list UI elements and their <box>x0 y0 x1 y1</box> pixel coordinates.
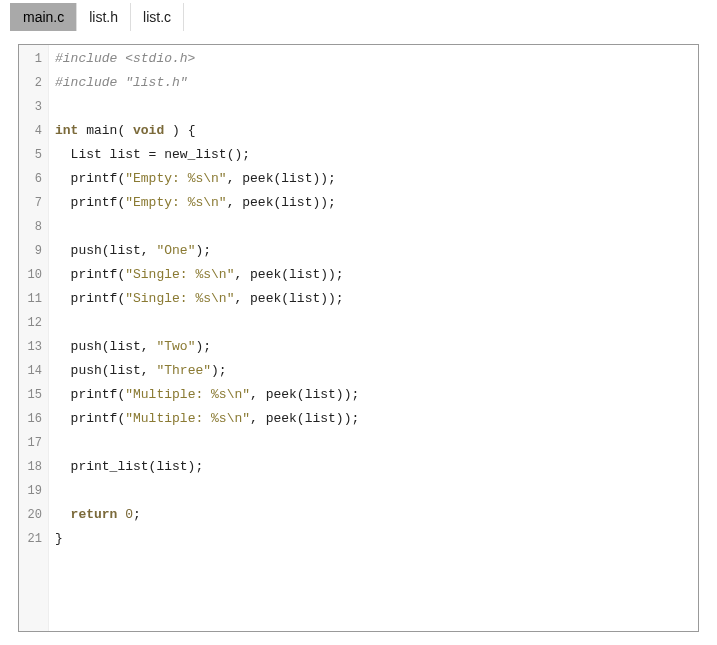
line-number: 8 <box>19 215 42 239</box>
line-number: 11 <box>19 287 42 311</box>
code-line[interactable]: printf("Multiple: %s\n", peek(list)); <box>55 407 698 431</box>
line-number: 15 <box>19 383 42 407</box>
token-id: , peek(list)); <box>250 411 359 426</box>
token-punct: ) { <box>164 123 195 138</box>
code-line[interactable] <box>55 479 698 503</box>
token-num: 0 <box>125 507 133 522</box>
token-str: "Empty: %s\n" <box>125 195 226 210</box>
line-number: 20 <box>19 503 42 527</box>
line-number: 13 <box>19 335 42 359</box>
code-editor[interactable]: 123456789101112131415161718192021 #inclu… <box>19 45 698 631</box>
token-id: push(list, <box>55 363 156 378</box>
code-line[interactable]: return 0; <box>55 503 698 527</box>
line-number: 21 <box>19 527 42 551</box>
token-id: main( <box>78 123 133 138</box>
token-id: printf( <box>55 387 125 402</box>
token-str: "Two" <box>156 339 195 354</box>
code-line[interactable]: push(list, "Two"); <box>55 335 698 359</box>
line-number: 2 <box>19 71 42 95</box>
token-kw: void <box>133 123 164 138</box>
line-number: 5 <box>19 143 42 167</box>
token-kw: return <box>71 507 118 522</box>
line-number: 10 <box>19 263 42 287</box>
code-line[interactable] <box>55 311 698 335</box>
token-str: "Empty: %s\n" <box>125 171 226 186</box>
token-id: printf( <box>55 171 125 186</box>
tab-main-c[interactable]: main.c <box>10 3 76 31</box>
token-punct: ; <box>133 507 141 522</box>
token-id: , peek(list)); <box>234 291 343 306</box>
code-line[interactable]: #include "list.h" <box>55 71 698 95</box>
code-line[interactable]: List list = new_list(); <box>55 143 698 167</box>
tab-bar: main.c list.h list.c <box>0 0 717 34</box>
token-str: "Multiple: %s\n" <box>125 411 250 426</box>
token-id: push(list, <box>55 243 156 258</box>
line-number: 18 <box>19 455 42 479</box>
line-number: 17 <box>19 431 42 455</box>
token-id: print_list(list); <box>55 459 203 474</box>
line-number: 1 <box>19 47 42 71</box>
token-id: , peek(list)); <box>250 387 359 402</box>
token-str: "Single: %s\n" <box>125 291 234 306</box>
token-str: "Three" <box>156 363 211 378</box>
token-pp: #include "list.h" <box>55 75 188 90</box>
code-line[interactable]: printf("Single: %s\n", peek(list)); <box>55 263 698 287</box>
token-id <box>55 507 71 522</box>
token-id: , peek(list)); <box>234 267 343 282</box>
code-line[interactable] <box>55 431 698 455</box>
line-number: 19 <box>19 479 42 503</box>
code-line[interactable]: push(list, "Three"); <box>55 359 698 383</box>
code-line[interactable]: printf("Empty: %s\n", peek(list)); <box>55 167 698 191</box>
code-line[interactable]: push(list, "One"); <box>55 239 698 263</box>
code-line[interactable]: int main( void ) { <box>55 119 698 143</box>
token-str: "Single: %s\n" <box>125 267 234 282</box>
token-id: ); <box>211 363 227 378</box>
token-punct: } <box>55 531 63 546</box>
token-str: "Multiple: %s\n" <box>125 387 250 402</box>
code-line[interactable]: print_list(list); <box>55 455 698 479</box>
line-number: 12 <box>19 311 42 335</box>
token-id: ); <box>195 339 211 354</box>
line-number: 7 <box>19 191 42 215</box>
code-line[interactable]: printf("Multiple: %s\n", peek(list)); <box>55 383 698 407</box>
token-id: printf( <box>55 195 125 210</box>
line-number: 6 <box>19 167 42 191</box>
line-number: 3 <box>19 95 42 119</box>
token-id: printf( <box>55 291 125 306</box>
token-id: printf( <box>55 267 125 282</box>
code-line[interactable] <box>55 215 698 239</box>
token-id: List list = new_list(); <box>55 147 250 162</box>
code-line[interactable]: printf("Empty: %s\n", peek(list)); <box>55 191 698 215</box>
line-number: 4 <box>19 119 42 143</box>
token-kw: int <box>55 123 78 138</box>
code-line[interactable]: #include <stdio.h> <box>55 47 698 71</box>
line-number: 14 <box>19 359 42 383</box>
tab-list-c[interactable]: list.c <box>130 3 184 31</box>
code-line[interactable]: printf("Single: %s\n", peek(list)); <box>55 287 698 311</box>
editor-frame: 123456789101112131415161718192021 #inclu… <box>18 44 699 632</box>
token-pp: #include <stdio.h> <box>55 51 195 66</box>
line-number: 16 <box>19 407 42 431</box>
tab-list-h[interactable]: list.h <box>76 3 130 31</box>
line-number: 9 <box>19 239 42 263</box>
token-str: "One" <box>156 243 195 258</box>
token-id: ); <box>195 243 211 258</box>
code-line[interactable] <box>55 95 698 119</box>
line-number-gutter: 123456789101112131415161718192021 <box>19 45 49 631</box>
code-line[interactable]: } <box>55 527 698 551</box>
code-area[interactable]: #include <stdio.h>#include "list.h" int … <box>49 45 698 631</box>
token-id: , peek(list)); <box>227 171 336 186</box>
token-id: , peek(list)); <box>227 195 336 210</box>
token-id: printf( <box>55 411 125 426</box>
token-id: push(list, <box>55 339 156 354</box>
